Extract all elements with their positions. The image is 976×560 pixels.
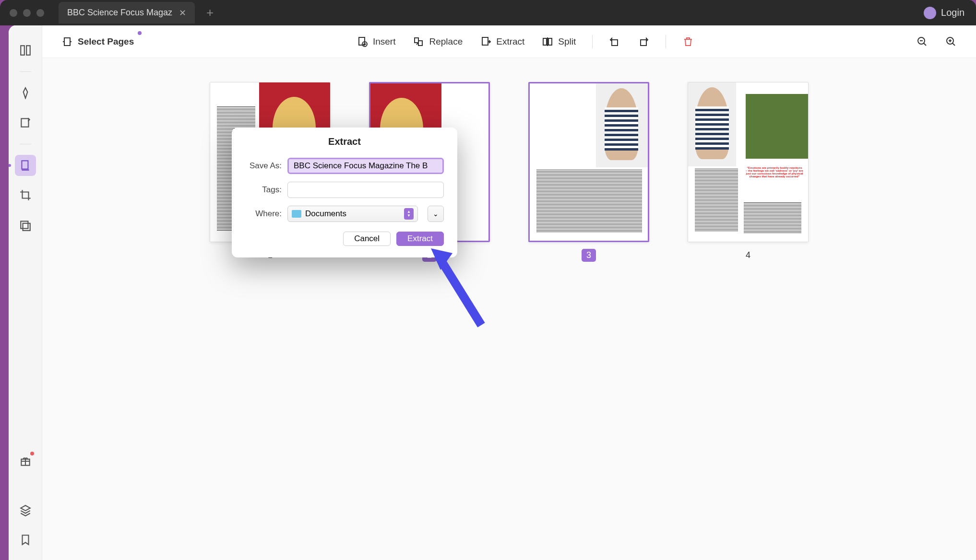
- sidebar: [9, 25, 42, 560]
- where-value: Documents: [305, 209, 400, 219]
- gift-icon: [19, 455, 32, 467]
- select-pages-icon: [61, 36, 73, 47]
- split-button[interactable]: Split: [535, 32, 583, 51]
- extract-dialog: Extract Save As: Tags: Where: Documents …: [232, 128, 457, 257]
- where-label: Where:: [245, 209, 282, 219]
- page-edit-icon: [19, 159, 32, 172]
- avatar-icon: [924, 7, 936, 19]
- svg-rect-13: [543, 38, 547, 45]
- svg-rect-5: [23, 223, 30, 231]
- svg-rect-15: [612, 40, 618, 46]
- sidebar-annotate[interactable]: [15, 112, 36, 133]
- notification-dot: [30, 452, 34, 455]
- annotate-icon: [19, 117, 32, 129]
- title-bar: BBC Science Focus Magaz ✕ + Login: [0, 0, 976, 25]
- svg-rect-16: [641, 40, 646, 46]
- extract-button[interactable]: Extract: [473, 32, 531, 51]
- save-as-input[interactable]: [287, 158, 444, 174]
- svg-rect-7: [64, 38, 70, 46]
- maximize-window[interactable]: [36, 9, 44, 17]
- document-tab[interactable]: BBC Science Focus Magaz ✕: [59, 2, 195, 23]
- sidebar-thumbnails[interactable]: [15, 40, 36, 61]
- split-icon: [542, 36, 553, 47]
- layers-icon: [19, 504, 32, 516]
- svg-rect-12: [482, 37, 488, 45]
- login-button[interactable]: Login: [924, 7, 964, 19]
- svg-rect-10: [415, 38, 418, 43]
- dialog-title: Extract: [245, 136, 444, 147]
- folder-icon: [292, 210, 301, 218]
- zoom-out-button[interactable]: [910, 32, 935, 51]
- replace-button[interactable]: Replace: [406, 32, 469, 51]
- where-stepper-icon: ▲▼: [404, 208, 414, 220]
- minimize-window[interactable]: [23, 9, 31, 17]
- insert-icon: [357, 36, 368, 47]
- login-label: Login: [941, 7, 964, 18]
- close-window[interactable]: [10, 9, 17, 17]
- page-item-4[interactable]: "Emotions are primarily bodily reactions…: [688, 82, 809, 262]
- expand-location-button[interactable]: ⌄: [428, 206, 444, 222]
- cancel-button[interactable]: Cancel: [343, 232, 391, 246]
- split-label: Split: [558, 36, 576, 47]
- svg-rect-3: [22, 161, 28, 169]
- zoom-in-button[interactable]: [939, 32, 964, 51]
- insert-label: Insert: [373, 36, 396, 47]
- sidebar-redact[interactable]: [15, 214, 36, 235]
- page-grid: "Prosopagnosics may not even recognise t…: [42, 58, 976, 560]
- replace-icon: [413, 36, 424, 47]
- sidebar-page-edit[interactable]: [15, 155, 36, 176]
- page-thumbnail[interactable]: [528, 82, 649, 242]
- bookmark-icon: [19, 534, 32, 546]
- rotate-left-icon: [609, 36, 620, 47]
- extract-label: Extract: [496, 36, 524, 47]
- sidebar-crop[interactable]: [15, 185, 36, 206]
- where-select[interactable]: Documents ▲▼: [287, 206, 418, 222]
- new-tab-button[interactable]: +: [206, 5, 214, 20]
- svg-rect-0: [21, 46, 24, 55]
- delete-button[interactable]: [676, 32, 701, 51]
- crop-icon: [19, 189, 32, 201]
- tags-input[interactable]: [287, 182, 444, 198]
- extract-icon: [480, 36, 491, 47]
- sidebar-highlight[interactable]: [15, 82, 36, 104]
- thumbnails-icon: [19, 44, 32, 57]
- content-area: Select Pages Insert Replace Extract Spli…: [42, 25, 976, 560]
- tab-title: BBC Science Focus Magaz: [67, 8, 172, 18]
- chevron-down-icon: ⌄: [433, 210, 439, 218]
- select-pages-label: Select Pages: [78, 36, 134, 47]
- svg-rect-4: [21, 221, 28, 228]
- trash-icon: [682, 36, 694, 47]
- rotate-left-button[interactable]: [602, 32, 627, 51]
- select-pages-button[interactable]: Select Pages: [55, 32, 141, 51]
- rotate-right-icon: [638, 36, 649, 47]
- toolbar: Select Pages Insert Replace Extract Spli…: [42, 25, 976, 58]
- highlighter-icon: [19, 87, 32, 99]
- redact-icon: [19, 219, 32, 231]
- save-as-label: Save As:: [245, 161, 282, 171]
- svg-rect-11: [418, 41, 422, 46]
- sidebar-gift[interactable]: [15, 451, 36, 472]
- insert-button[interactable]: Insert: [350, 32, 403, 51]
- zoom-in-icon: [945, 36, 957, 47]
- main-window: Select Pages Insert Replace Extract Spli…: [9, 25, 976, 560]
- page-item-3[interactable]: 3: [528, 82, 649, 262]
- page-number: 3: [582, 249, 596, 262]
- svg-rect-1: [26, 46, 30, 55]
- select-indicator: [138, 31, 142, 35]
- tags-label: Tags:: [245, 185, 282, 195]
- page-thumbnail[interactable]: "Emotions are primarily bodily reactions…: [688, 82, 809, 242]
- replace-label: Replace: [429, 36, 463, 47]
- svg-rect-14: [548, 38, 552, 45]
- sidebar-layers[interactable]: [15, 500, 36, 521]
- window-controls: [10, 9, 44, 17]
- svg-rect-2: [21, 118, 28, 127]
- rotate-right-button[interactable]: [631, 32, 656, 51]
- sidebar-bookmark[interactable]: [15, 529, 36, 550]
- extract-confirm-button[interactable]: Extract: [396, 232, 444, 246]
- zoom-out-icon: [916, 36, 928, 47]
- close-tab-icon[interactable]: ✕: [179, 8, 186, 18]
- page-number: 4: [741, 249, 755, 262]
